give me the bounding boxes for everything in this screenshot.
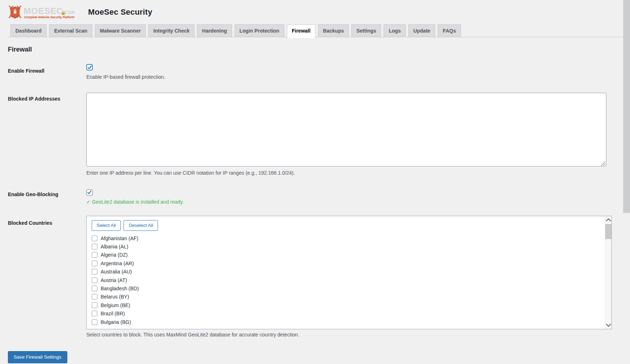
plugin-header: MOESEC 🔒 COM Complete Website Security P… [8, 4, 623, 20]
country-checkbox[interactable] [92, 286, 97, 291]
tab-update[interactable]: Update [408, 24, 435, 37]
logo-tld-text: COM [64, 10, 74, 15]
moesec-logo: MOESEC 🔒 COM Complete Website Security P… [8, 5, 74, 20]
enable-firewall-description: Enable IP-based firewall protection. [86, 74, 623, 80]
country-list-item[interactable]: Austria (AT) [92, 276, 606, 284]
scrollbar-thumb[interactable] [605, 224, 611, 239]
tab-malware-scanner[interactable]: Malware Scanner [95, 24, 146, 37]
tab-logs[interactable]: Logs [384, 24, 405, 37]
country-checkbox[interactable] [92, 302, 97, 308]
tab-hardening[interactable]: Hardening [197, 24, 232, 37]
checkmark-icon [87, 65, 92, 70]
blocked-countries-label: Blocked Countries [8, 216, 86, 226]
blocked-ips-description: Enter one IP address per line. You can u… [86, 170, 623, 176]
country-list-item[interactable]: Bulgaria (BG) [92, 318, 606, 325]
country-checkbox[interactable] [92, 244, 97, 249]
country-checkbox[interactable] [92, 319, 97, 325]
tab-settings[interactable]: Settings [351, 24, 381, 37]
geo-blocking-checkbox[interactable] [86, 189, 93, 196]
geolite-status-text: ✓ GeoLite2 database is installed and rea… [86, 199, 623, 205]
country-checkbox[interactable] [92, 252, 97, 258]
geo-blocking-row: Enable Geo-Blocking ✓ GeoLite2 database … [8, 189, 623, 205]
admin-content: MOESEC 🔒 COM Complete Website Security P… [0, 0, 623, 363]
tab-integrity-check[interactable]: Integrity Check [148, 24, 194, 37]
country-checkbox[interactable] [92, 294, 97, 300]
enable-firewall-label: Enable Firewall [8, 64, 86, 74]
country-checkbox[interactable] [92, 311, 97, 316]
lock-icon [14, 11, 16, 14]
page-scrollbar[interactable] [623, 0, 630, 364]
country-list-item[interactable]: Argentina (AR) [92, 259, 606, 267]
country-list-item[interactable]: Albania (AL) [92, 242, 606, 251]
country-label: Bulgaria (BG) [101, 319, 131, 325]
country-label: Algeria (DZ) [101, 252, 128, 258]
section-heading: Firewall [8, 46, 623, 53]
country-label: Brazil (BR) [101, 311, 125, 316]
blocked-countries-description: Select countries to block. This uses Max… [86, 332, 623, 338]
country-checkbox[interactable] [92, 236, 97, 241]
blocked-countries-row: Blocked Countries Select All Deselect Al… [8, 216, 623, 338]
page-title: MoeSec Security [88, 8, 152, 17]
blocked-ips-textarea[interactable] [86, 93, 606, 166]
country-label: Austria (AT) [101, 277, 127, 283]
country-list-item[interactable]: Afghanistan (AF) [92, 234, 606, 242]
blocked-countries-box: Select All Deselect All Afghanistan (AF)… [86, 216, 612, 329]
save-firewall-settings-button[interactable]: Save Firewall Settings [8, 351, 67, 363]
country-list-item[interactable]: Belarus (BY) [92, 293, 606, 301]
country-list-item[interactable]: Belgium (BE) [92, 301, 606, 309]
country-list-item[interactable]: Algeria (DZ) [92, 251, 606, 259]
page-scrollbar-thumb[interactable] [623, 0, 630, 213]
country-label: Belgium (BE) [101, 302, 130, 308]
scroll-down-icon[interactable] [606, 322, 611, 327]
tab-external-scan[interactable]: External Scan [49, 24, 92, 37]
logo-brand-text: MOESEC [24, 6, 63, 16]
country-label: Argentina (AR) [101, 261, 134, 266]
tab-login-protection[interactable]: Login Protection [235, 24, 284, 37]
tab-firewall[interactable]: Firewall [287, 24, 316, 38]
deselect-all-button[interactable]: Deselect All [124, 220, 158, 231]
tab-faqs[interactable]: FAQs [438, 24, 461, 37]
country-list-item[interactable]: Australia (AU) [92, 268, 606, 276]
country-list-scrollbar[interactable] [605, 216, 611, 329]
shield-swords-icon: MOESEC 🔒 COM Complete Website Security P… [8, 5, 74, 20]
logo-tagline-text: Complete Website Security Platform [24, 16, 74, 19]
country-checkbox[interactable] [92, 277, 97, 283]
blocked-ips-label: Blocked IP Addresses [8, 93, 86, 102]
country-list-item[interactable]: Brazil (BR) [92, 310, 606, 318]
country-label: Bangladesh (BD) [101, 286, 139, 291]
geo-blocking-label: Enable Geo-Blocking [8, 189, 86, 198]
enable-firewall-checkbox[interactable] [86, 64, 93, 71]
country-label: Belarus (BY) [101, 294, 129, 300]
country-label: Australia (AU) [101, 269, 132, 275]
tab-bar: DashboardExternal ScanMalware ScannerInt… [8, 24, 623, 37]
checkmark-icon [87, 190, 92, 195]
country-list-item[interactable]: Bangladesh (BD) [92, 284, 606, 292]
select-all-button[interactable]: Select All [92, 220, 121, 231]
tab-dashboard[interactable]: Dashboard [10, 24, 47, 37]
scroll-up-icon[interactable] [606, 218, 611, 223]
enable-firewall-row: Enable Firewall Enable IP-based firewall… [8, 64, 623, 80]
country-list: Afghanistan (AF) Albania (AL) Algeria (D… [92, 234, 606, 325]
tab-backups[interactable]: Backups [318, 24, 349, 37]
country-checkbox[interactable] [92, 269, 97, 275]
country-label: Afghanistan (AF) [101, 236, 138, 241]
blocked-ips-row: Blocked IP Addresses Enter one IP addres… [8, 93, 623, 176]
country-checkbox[interactable] [92, 261, 97, 266]
country-label: Albania (AL) [101, 244, 128, 249]
